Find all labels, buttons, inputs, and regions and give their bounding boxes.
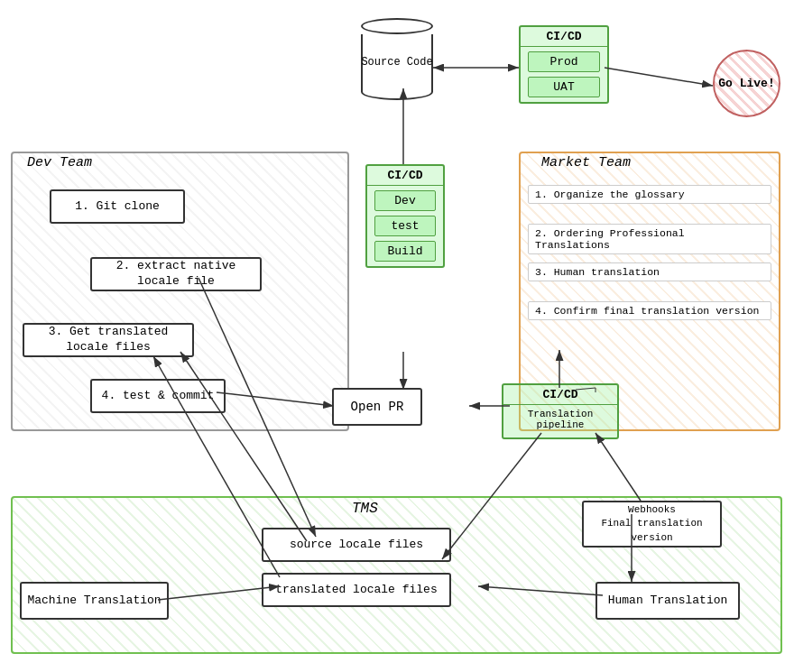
dev-step1: 1. Git clone [50, 189, 185, 224]
cylinder-bottom [361, 84, 433, 100]
dev-cicd-test: test [374, 216, 436, 236]
market-step1: 1. Organize the glossary [528, 185, 771, 204]
source-locale-box: source locale files [262, 528, 451, 562]
dev-cicd-build: Build [374, 241, 436, 262]
go-live-circle: Go Live! [713, 50, 780, 117]
dev-team-label: Dev Team [27, 155, 92, 170]
human-translation-box: Human Translation [596, 582, 740, 620]
cylinder-body: Source Code [361, 34, 433, 84]
svg-line-16 [596, 433, 641, 501]
webhooks-box: WebhooksFinal translation version [582, 501, 722, 548]
dev-cicd-dev: Dev [374, 190, 436, 211]
top-cicd-title: CI/CD [521, 27, 607, 47]
open-pr-box: Open PR [332, 388, 422, 426]
top-cicd-box: CI/CD Prod UAT [519, 25, 609, 104]
source-code-label: Source Code [361, 55, 432, 68]
cylinder-top [361, 18, 433, 34]
svg-line-3 [605, 68, 713, 86]
market-team-label: Market Team [541, 155, 631, 170]
dev-step4: 4. test & commit [90, 379, 226, 413]
market-step2: 2. Ordering Professional Translations [528, 224, 771, 254]
dev-step2: 2. extract native locale file [90, 257, 262, 291]
translation-cicd-title: CI/CD [503, 385, 617, 405]
translation-cicd-box: CI/CD Translation pipeline [502, 383, 619, 439]
dev-cicd-title: CI/CD [367, 166, 443, 186]
dev-step3: 3. Get translated locale files [23, 323, 194, 357]
go-live-label: Go Live! [718, 77, 774, 90]
webhooks-label: WebhooksFinal translation version [589, 503, 715, 545]
machine-translation-box: Machine Translation [20, 582, 169, 620]
top-cicd-uat: UAT [528, 77, 600, 97]
tms-label: TMS [352, 501, 378, 517]
dev-cicd-box: CI/CD Dev test Build [365, 164, 445, 268]
translated-locale-box: translated locale files [262, 573, 451, 607]
diagram-container: CI/CD Prod UAT Source Code Go Live! Dev … [0, 0, 794, 672]
translation-cicd-subtitle: Translation pipeline [503, 405, 617, 432]
market-step4: 4. Confirm final translation version [528, 301, 771, 320]
top-cicd-prod: Prod [528, 51, 600, 72]
market-step3: 3. Human translation [528, 262, 771, 281]
source-code-cylinder: Source Code [361, 18, 433, 100]
